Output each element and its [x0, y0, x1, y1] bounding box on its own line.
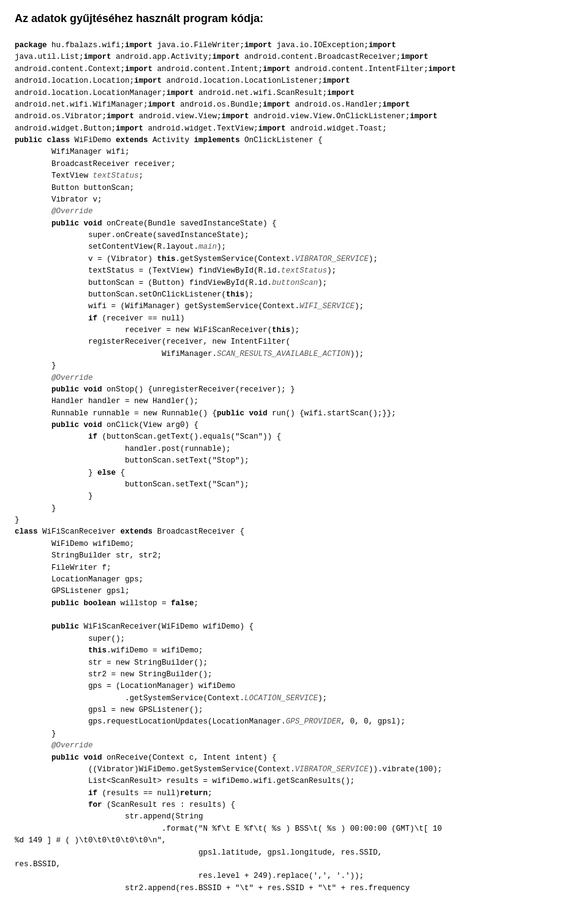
code-block: package hu.fbalazs.wifi;import java.io.F…: [15, 40, 573, 894]
page-title: Az adatok gyűjtéséhez használt program k…: [15, 12, 573, 25]
